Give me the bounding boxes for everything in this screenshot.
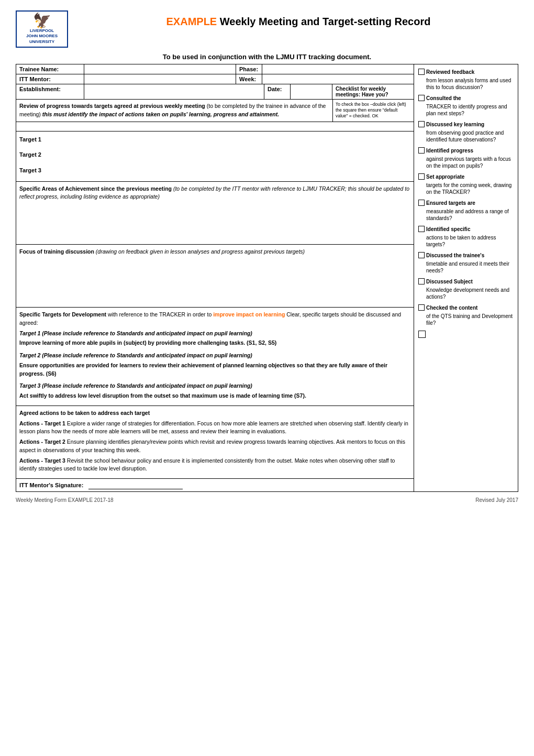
checklist-item-3: Discussed key learning from observing go… xyxy=(418,121,514,143)
subtitle: To be used in conjunction with the LJMU … xyxy=(163,53,371,61)
checklist-header-text: Checklist for weekly meetings: Have you? xyxy=(336,86,410,97)
checklist-text-1: Reviewed feedback xyxy=(426,69,514,76)
action3: Actions - Target 3 Revisit the school be… xyxy=(19,457,410,474)
signature-label: ITT Mentor's Signature: xyxy=(19,482,83,488)
logo-bird-icon: 🦅 xyxy=(33,14,51,28)
checkbox-10[interactable] xyxy=(418,304,425,311)
achievements-section: Specific Areas of Achievement since the … xyxy=(16,182,414,245)
checklist-item-1: Reviewed feedback from lesson analysis f… xyxy=(418,69,514,91)
checklist-header-cell: Checklist for weekly meetings: Have you? xyxy=(332,84,414,99)
achievements-label-bold: Specific Areas of Achievement since the … xyxy=(19,185,172,192)
checklist-line-5: Set appropriate xyxy=(418,173,514,181)
signature-row: ITT Mentor's Signature: xyxy=(16,479,414,491)
focus-section: Focus of training discussion (drawing on… xyxy=(16,245,414,308)
action1: Actions - Target 1 Explore a wider range… xyxy=(19,420,410,436)
t1-label: Target 1 (Please include reference to St… xyxy=(19,330,410,338)
checklist-item-2: Consulted the TRACKER to identify progre… xyxy=(418,95,514,117)
action2-label: Actions - Target 2 xyxy=(19,439,65,445)
action2: Actions - Target 2 Ensure planning ident… xyxy=(19,438,410,455)
footer-left: Weekly Meeting Form EXAMPLE 2017-18 xyxy=(16,497,114,503)
checklist-text-3: Discussed key learning xyxy=(426,121,514,128)
target2-row: Target 2 xyxy=(19,150,410,160)
targets-section: Target 1 Target 2 Target 3 xyxy=(16,132,414,182)
checkbox-5[interactable] xyxy=(418,173,425,180)
checklist-text-4: Identified progress xyxy=(426,147,514,155)
week-value[interactable] xyxy=(262,74,414,84)
trainee-value[interactable] xyxy=(84,64,236,74)
left-column: Trainee Name: Phase: ITT Mentor: Week: E… xyxy=(16,64,414,492)
checklist-item-10: Checked the content of the QTS training … xyxy=(418,304,514,326)
phase-value[interactable] xyxy=(262,64,414,74)
checklist-text-5: Set appropriate xyxy=(426,173,514,181)
st-normal1: with reference to the TRACKER in order t… xyxy=(106,311,213,317)
checklist-item-6: Ensured targets are measurable and addre… xyxy=(418,200,514,222)
checklist-item-5: Set appropriate targets for the coming w… xyxy=(418,173,514,195)
checklist-rest-8: timetable and ensured it meets their nee… xyxy=(418,260,514,274)
checklist-text-7: Identified specific xyxy=(426,226,514,233)
example-label: EXAMPLE xyxy=(166,16,217,27)
target3-label: Target 3 xyxy=(19,167,41,173)
checklist-text-6: Ensured targets are xyxy=(426,200,514,207)
review-row: Review of progress towards targets agree… xyxy=(16,100,414,122)
final-checkbox[interactable] xyxy=(418,331,426,338)
page-header: 🦅 LIVERPOOL JOHN MOORES UNIVERSITY EXAMP… xyxy=(16,10,518,48)
checklist-text-9: Discussed Subject xyxy=(426,278,514,286)
target2-label: Target 2 xyxy=(19,151,41,158)
page-footer: Weekly Meeting Form EXAMPLE 2017-18 Revi… xyxy=(16,497,518,503)
footer-right: Revised July 2017 xyxy=(475,497,518,503)
checklist-rest-10: of the QTS training and Development file… xyxy=(418,313,514,326)
checklist-rest-6: measurable and address a range of standa… xyxy=(418,208,514,222)
t3-text: Act swiftly to address low level disrupt… xyxy=(19,392,410,400)
estab-value[interactable] xyxy=(84,84,264,99)
checkbox-3[interactable] xyxy=(418,121,425,127)
title-area: EXAMPLE Weekly Meeting and Target-settin… xyxy=(79,10,518,28)
st-bold1: Specific Targets for Development xyxy=(19,311,106,317)
checklist-line-2: Consulted the xyxy=(418,95,514,102)
mentor-label: ITT Mentor: xyxy=(16,74,84,84)
trainee-row: Trainee Name: Phase: xyxy=(16,64,414,74)
actions-section: Agreed actions to be taken to address ea… xyxy=(16,406,414,479)
checklist-text-10: Checked the content xyxy=(426,304,514,312)
checklist-rest-4: against previous targets with a focus on… xyxy=(418,156,514,169)
checklist-note: To check the box –double click (left) th… xyxy=(332,100,414,122)
checklist-rest-9: Knowledge development needs and actions? xyxy=(418,287,514,300)
checkbox-4[interactable] xyxy=(418,147,425,154)
target3-row: Target 3 xyxy=(19,166,410,176)
t3-text-bold: Act swiftly to address low level disrupt… xyxy=(19,392,306,399)
main-content: Trainee Name: Phase: ITT Mentor: Week: E… xyxy=(16,64,518,492)
checkbox-7[interactable] xyxy=(418,226,425,232)
mentor-row: ITT Mentor: Week: xyxy=(16,74,414,84)
checklist-line-3: Discussed key learning xyxy=(418,121,514,128)
focus-label-bold: Focus of training discussion xyxy=(19,248,94,255)
checkbox-2[interactable] xyxy=(418,95,425,101)
final-checkbox-area xyxy=(418,331,514,338)
specific-targets-section: Specific Targets for Development with re… xyxy=(16,308,414,406)
logo-text: LIVERPOOL JOHN MOORES UNIVERSITY xyxy=(26,28,58,45)
signature-input[interactable] xyxy=(88,481,183,489)
logo-box: 🦅 LIVERPOOL JOHN MOORES UNIVERSITY xyxy=(16,10,68,48)
t2-label-text: Target 2 (Please include reference to St… xyxy=(19,352,252,358)
checklist-line-7: Identified specific xyxy=(418,226,514,233)
focus-label-italic: (drawing on feedback given in lesson ana… xyxy=(94,248,305,255)
st-bold2: improve impact on learning xyxy=(213,311,285,317)
checkbox-9[interactable] xyxy=(418,278,425,284)
action3-text: Revisit the school behaviour policy and … xyxy=(19,457,395,472)
t1-text-bold: Improve learning of more able pupils in … xyxy=(19,339,276,346)
estab-label: Establishment: xyxy=(16,84,84,99)
action1-label: Actions - Target 1 xyxy=(19,420,65,426)
checkbox-1[interactable] xyxy=(418,69,425,75)
checklist-item-8: Discussed the trainee's timetable and en… xyxy=(418,252,514,274)
checklist-item-7: Identified specific actions to be taken … xyxy=(418,226,514,248)
date-value[interactable] xyxy=(291,84,332,99)
checkbox-6[interactable] xyxy=(418,200,425,206)
checklist-item-4: Identified progress against previous tar… xyxy=(418,147,514,169)
t3-label: Target 3 (Please include reference to St… xyxy=(19,382,410,390)
mentor-value[interactable] xyxy=(84,74,236,84)
action2-text: Ensure planning identifies plenary/revie… xyxy=(19,439,405,453)
checkbox-8[interactable] xyxy=(418,252,425,258)
checklist-text-8: Discussed the trainee's xyxy=(426,252,514,259)
checklist-rest-5: targets for the coming week, drawing on … xyxy=(418,182,514,195)
t1-label-text: Target 1 (Please include reference to St… xyxy=(19,330,252,336)
spacer1 xyxy=(16,122,414,132)
title-rest: Weekly Meeting and Target-setting Record xyxy=(217,16,430,27)
